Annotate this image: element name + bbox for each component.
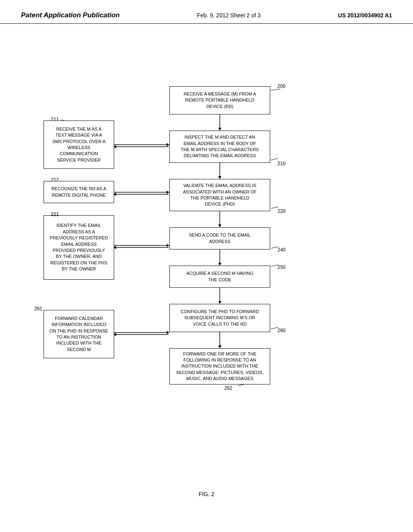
label-211: 211: [51, 116, 59, 122]
page-header: Patent Application Publication Feb. 9, 2…: [0, 0, 413, 24]
patent-number: US 2012/0034902 A1: [338, 12, 392, 19]
label-261: 261: [34, 306, 42, 312]
box-220: VALIDATE THE EMAIL ADDRESS IS ASSOCIATED…: [169, 179, 270, 211]
box-270: FORWARD ONE OR MORE OF THE FOLLOWING IN …: [169, 348, 270, 384]
box-261: FORWARD CALENDAR INFORMATION INCLUDED ON…: [44, 310, 114, 358]
box-211: RECEIVE THE M AS A TEXT MESSAGE VIA A SM…: [44, 121, 114, 169]
svg-line-12: [271, 89, 280, 90]
label-240: 240: [277, 247, 286, 253]
box-200: RECEIVE A MESSAGE (M) FROM A REMOTE PORT…: [169, 86, 270, 114]
svg-marker-26: [167, 331, 169, 334]
label-210: 210: [277, 161, 286, 166]
label-262: 262: [224, 385, 232, 391]
label-250: 250: [277, 264, 286, 270]
sheet-info: Feb. 9, 2012 Sheet 2 of 3: [197, 12, 261, 19]
label-260: 260: [277, 328, 286, 333]
label-212: 212: [51, 177, 59, 183]
figure-label: FIG. 2: [0, 491, 413, 497]
svg-line-29: [271, 158, 278, 160]
box-212: RECOGNIZE THE RD AS A REMOTE DIGITAL PHO…: [44, 181, 114, 203]
svg-marker-3: [218, 176, 221, 179]
label-220: 220: [277, 208, 286, 214]
svg-marker-9: [218, 301, 221, 304]
box-260: CONFIGURE THE PHD TO FORWARD SUBSEQUENT …: [169, 304, 270, 332]
svg-marker-7: [218, 263, 221, 266]
label-200: 200: [277, 83, 286, 89]
box-240: SEND A CODE TO THE EMAIL ADDRESS: [169, 227, 270, 249]
svg-marker-14: [167, 143, 169, 146]
box-221: IDENTIFY THE EMAIL ADDRESS AS A PREVIOUS…: [44, 215, 114, 280]
box-210: INSPECT THE M AND DETECT AN EMAIL ADDRES…: [169, 131, 270, 163]
svg-marker-11: [218, 345, 221, 348]
svg-marker-22: [167, 244, 169, 247]
box-250: ACQUIRE A SECOND M HAVING THE CODE: [169, 266, 270, 288]
diagram-area: RECEIVE A MESSAGE (M) FROM A REMOTE PORT…: [0, 24, 413, 515]
svg-marker-1: [218, 128, 221, 131]
svg-marker-5: [218, 224, 221, 227]
svg-marker-18: [167, 191, 169, 194]
publication-title: Patent Application Publication: [21, 11, 120, 19]
label-221: 221: [51, 212, 59, 217]
